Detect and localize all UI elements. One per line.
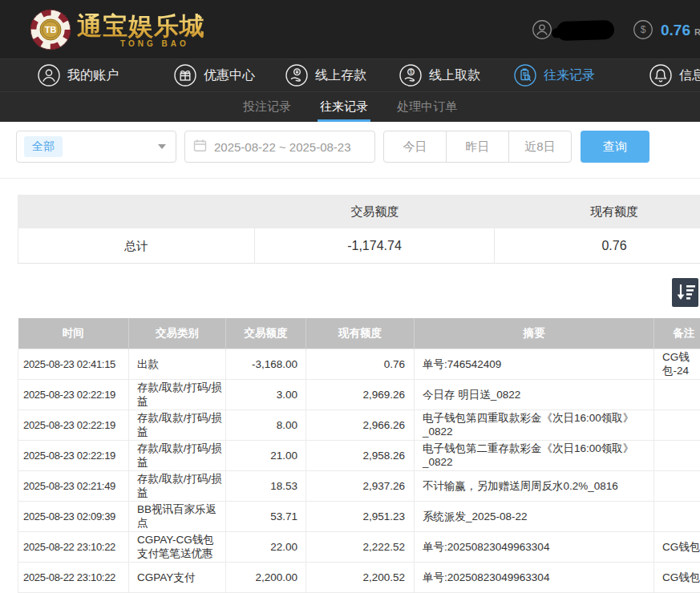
svg-text:$: $ bbox=[410, 69, 413, 75]
nav-item-promotions[interactable]: 优惠中心 bbox=[173, 63, 255, 87]
cell-type: BB视讯百家乐返点 bbox=[129, 501, 226, 531]
withdraw-icon: $ bbox=[399, 63, 423, 87]
cell-remark bbox=[654, 379, 700, 409]
table-row: 2025-08-23 02:21:49 存款/取款/打码/损益 18.53 2,… bbox=[18, 470, 700, 501]
sort-descending-icon bbox=[672, 278, 698, 307]
nav-item-withdraw[interactable]: $ 线上取款 bbox=[399, 63, 480, 87]
nav-label: 信息公告 bbox=[679, 67, 700, 84]
balance-coin-icon[interactable]: $ bbox=[633, 19, 653, 43]
cell-time: 2025-08-23 02:21:49 bbox=[18, 470, 129, 501]
summary-total-label: 总计 bbox=[18, 228, 255, 264]
cell-time: 2025-08-23 02:22:19 bbox=[18, 409, 129, 440]
cell-balance: 2,951.23 bbox=[306, 501, 415, 531]
bell-icon bbox=[649, 63, 673, 87]
cell-amount: 8.00 bbox=[226, 409, 306, 440]
summary-table: 交易额度 现有额度 总计 -1,174.74 0.76 bbox=[18, 195, 700, 264]
col-header-amount: 交易额度 bbox=[226, 318, 306, 349]
last-8-days-button[interactable]: 近8日 bbox=[508, 131, 572, 163]
cell-time: 2025-08-22 23:10:22 bbox=[18, 531, 129, 562]
table-row: 2025-08-22 23:10:22 CGPAY支付 2,200.00 2,2… bbox=[18, 562, 700, 592]
site-subtitle: TONG BAO bbox=[120, 39, 189, 48]
summary-total-row: 总计 -1,174.74 0.76 bbox=[18, 228, 700, 264]
cell-type: CGPAY-CG钱包支付笔笔送优惠 bbox=[129, 531, 226, 562]
nav-label: 我的账户 bbox=[67, 67, 119, 84]
section-divider bbox=[0, 178, 700, 179]
records-icon bbox=[513, 63, 537, 87]
cell-remark: CG钱包 bbox=[654, 531, 700, 562]
table-row: 2025-08-22 23:10:22 CGPAY-CG钱包支付笔笔送优惠 22… bbox=[18, 531, 700, 562]
cell-type: 存款/取款/打码/损益 bbox=[129, 379, 226, 409]
cell-type: CGPAY支付 bbox=[129, 562, 226, 592]
cell-amount: 3.00 bbox=[226, 379, 306, 409]
search-button[interactable]: 查询 bbox=[581, 131, 649, 163]
nav-label: 线上取款 bbox=[429, 67, 480, 84]
table-row: 2025-08-23 02:09:39 BB视讯百家乐返点 53.71 2,95… bbox=[18, 501, 700, 531]
sort-descending-button[interactable] bbox=[672, 278, 698, 307]
account-balance[interactable]: 0.76 bbox=[661, 22, 690, 39]
cell-remark bbox=[654, 470, 700, 501]
date-range-value: 2025-08-22 ~ 2025-08-23 bbox=[214, 140, 351, 154]
balance-currency: R bbox=[694, 27, 700, 37]
cell-balance: 2,958.26 bbox=[306, 440, 415, 470]
deposit-icon bbox=[285, 63, 309, 87]
type-filter-chip[interactable]: 全部 bbox=[24, 136, 63, 157]
cell-summary: 单号:746542409 bbox=[415, 349, 654, 379]
table-row: 2025-08-23 02:41:15 出款 -3,168.00 0.76 单号… bbox=[18, 349, 700, 379]
cell-time: 2025-08-23 02:41:15 bbox=[18, 349, 129, 379]
col-header-time: 时间 bbox=[18, 318, 129, 349]
transactions-table: 时间 交易类别 交易额度 现有额度 摘要 备注 2025-08-23 02:41… bbox=[18, 318, 700, 593]
cell-remark bbox=[654, 409, 700, 440]
cell-amount: 53.71 bbox=[226, 501, 306, 531]
type-filter-select[interactable]: 全部 bbox=[16, 131, 176, 163]
date-range-picker[interactable]: 2025-08-22 ~ 2025-08-23 bbox=[184, 131, 375, 163]
cell-time: 2025-08-23 02:09:39 bbox=[18, 501, 129, 531]
account-icon bbox=[37, 63, 61, 87]
cell-summary: 电子钱包第二重存款彩金《次日16:00领取》_0822 bbox=[415, 440, 654, 470]
cell-remark bbox=[654, 440, 700, 470]
cell-amount: 21.00 bbox=[226, 440, 306, 470]
today-button[interactable]: 今日 bbox=[383, 131, 447, 163]
nav-item-deposit[interactable]: 线上存款 bbox=[285, 63, 366, 87]
cell-balance: 2,937.26 bbox=[306, 470, 415, 501]
summary-header-balance: 现有额度 bbox=[495, 204, 700, 220]
cell-amount: 18.53 bbox=[226, 470, 306, 501]
quick-date-buttons: 今日 昨日 近8日 bbox=[383, 131, 572, 163]
cell-balance: 2,969.26 bbox=[306, 379, 415, 409]
cell-time: 2025-08-23 02:22:19 bbox=[18, 440, 129, 470]
col-header-summary: 摘要 bbox=[415, 318, 654, 349]
tab-betting-records[interactable]: 投注记录 bbox=[240, 92, 294, 122]
cell-type: 存款/取款/打码/损益 bbox=[129, 470, 226, 501]
gift-icon bbox=[173, 63, 197, 87]
tab-pending-orders[interactable]: 处理中订单 bbox=[394, 92, 460, 122]
table-header-row: 时间 交易类别 交易额度 现有额度 摘要 备注 bbox=[18, 318, 700, 349]
nav-item-transaction-records[interactable]: 往来记录 bbox=[513, 63, 595, 87]
svg-text:$: $ bbox=[641, 24, 646, 35]
cell-time: 2025-08-22 23:10:22 bbox=[18, 562, 129, 592]
table-row: 2025-08-23 02:22:19 存款/取款/打码/损益 3.00 2,9… bbox=[18, 379, 700, 409]
nav-item-messages[interactable]: 信息公告 bbox=[649, 63, 700, 87]
redacted-username bbox=[556, 20, 615, 41]
col-header-balance: 现有额度 bbox=[306, 318, 415, 349]
cell-summary: 单号:20250823049963304 bbox=[415, 531, 654, 562]
cell-remark: CG钱包-24 bbox=[654, 349, 700, 379]
nav-label: 往来记录 bbox=[544, 67, 595, 84]
cell-amount: 2,200.00 bbox=[226, 562, 306, 592]
summary-header-row: 交易额度 现有额度 bbox=[18, 195, 700, 228]
yesterday-button[interactable]: 昨日 bbox=[446, 131, 509, 163]
sub-tabbar: 投注记录 往来记录 处理中订单 bbox=[0, 91, 700, 122]
summary-transaction-total: -1,174.74 bbox=[255, 228, 495, 264]
cell-type: 存款/取款/打码/损益 bbox=[129, 409, 226, 440]
nav-item-my-account[interactable]: 我的账户 bbox=[37, 63, 119, 87]
tab-transaction-records[interactable]: 往来记录 bbox=[317, 92, 371, 122]
casino-chip-logo-icon[interactable]: TB bbox=[29, 8, 72, 54]
cell-summary: 单号:20250823049963304 bbox=[415, 562, 654, 592]
col-header-remark: 备注 bbox=[654, 318, 700, 349]
chevron-down-icon bbox=[158, 144, 166, 149]
cell-summary: 今日存 明日送_0822 bbox=[415, 379, 654, 409]
table-row: 2025-08-23 02:22:19 存款/取款/打码/损益 8.00 2,9… bbox=[18, 409, 700, 440]
cell-amount: -3,168.00 bbox=[226, 349, 306, 379]
table-row: 2025-08-23 02:22:19 存款/取款/打码/损益 21.00 2,… bbox=[18, 440, 700, 470]
site-title[interactable]: 通宝娱乐城 bbox=[77, 10, 205, 43]
calendar-icon bbox=[193, 139, 207, 155]
user-avatar-icon[interactable] bbox=[532, 19, 552, 43]
